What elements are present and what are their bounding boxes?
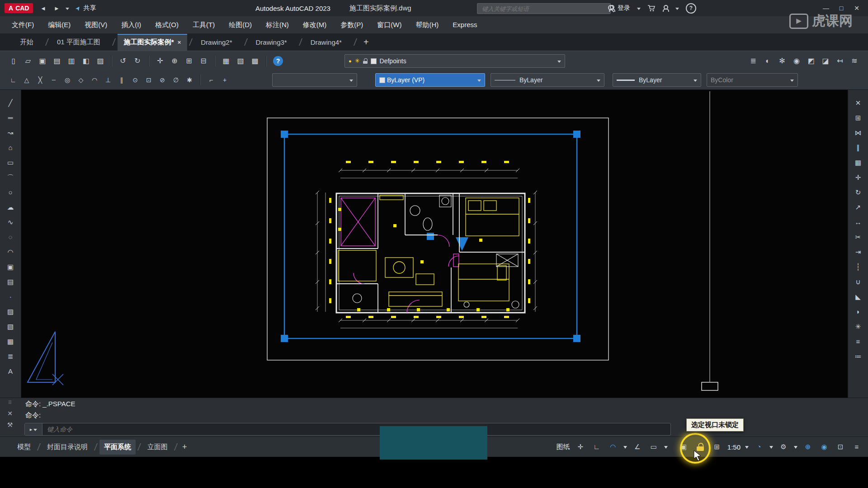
- save-icon[interactable]: ▣: [36, 55, 49, 67]
- stretch-icon[interactable]: ↔: [852, 217, 864, 227]
- menu-item[interactable]: 视图(V): [85, 21, 107, 29]
- snap-nearest-icon[interactable]: ⊘: [156, 74, 168, 86]
- layer-previous-icon[interactable]: ↤: [834, 55, 846, 67]
- chamfer-icon[interactable]: ◣: [852, 291, 864, 302]
- login-caret-icon[interactable]: [637, 8, 641, 12]
- rectangle-icon[interactable]: ▭: [5, 157, 16, 168]
- join-icon[interactable]: ∪: [852, 277, 864, 287]
- viewport-scale-value[interactable]: 1:50: [727, 443, 741, 451]
- menu-item[interactable]: 编辑(E): [48, 21, 71, 29]
- dynamic-ucs-icon[interactable]: ⌐: [205, 74, 217, 86]
- menu-item[interactable]: 帮助(H): [415, 21, 439, 29]
- text-style-dropdown[interactable]: [272, 73, 357, 87]
- workspace-gear-icon[interactable]: ⚙: [778, 441, 789, 453]
- viewport-maximize-icon[interactable]: ▣: [678, 441, 689, 453]
- menu-item[interactable]: 工具(T): [193, 21, 215, 29]
- publish-icon[interactable]: ▨: [94, 55, 107, 67]
- snap-tangent-icon[interactable]: ◠: [89, 74, 100, 86]
- search-input[interactable]: [481, 5, 607, 13]
- doc-tab[interactable]: Drawing3*: [250, 34, 297, 50]
- snap-quadrant-icon[interactable]: ◇: [75, 74, 87, 86]
- close-icon[interactable]: ✕: [850, 2, 863, 14]
- layout-tab[interactable]: 封面目录说明: [42, 440, 92, 455]
- layer-dropdown[interactable]: ● ✳ Defpoints: [344, 54, 565, 68]
- viewport-sync-icon[interactable]: ⊞: [711, 441, 723, 453]
- isodraft-icon[interactable]: ∠: [632, 441, 643, 453]
- properties-icon[interactable]: ≔: [852, 351, 864, 361]
- viewport-lock-icon[interactable]: [694, 441, 707, 453]
- layer-match-icon[interactable]: ◪: [819, 55, 832, 67]
- doc-tab[interactable]: Drawing4*: [304, 34, 352, 50]
- line-icon[interactable]: ╱: [5, 98, 16, 108]
- ellipse-icon[interactable]: ◌: [5, 232, 16, 242]
- redo-icon[interactable]: ↻: [131, 55, 144, 67]
- annotation-visibility-icon[interactable]: ◉: [818, 441, 830, 453]
- layer-lock-icon[interactable]: ◉: [790, 55, 803, 67]
- snap-center-icon[interactable]: ◎: [61, 74, 73, 86]
- snap-perpendicular-icon[interactable]: ⊥: [102, 74, 114, 86]
- arc-icon[interactable]: ⌒: [5, 172, 16, 183]
- plot-style-dropdown[interactable]: ByColor: [707, 73, 798, 87]
- save-as-icon[interactable]: ▤: [51, 55, 63, 67]
- insert-block-icon[interactable]: ▣: [5, 262, 16, 272]
- plot-preview-icon[interactable]: ◧: [80, 55, 92, 67]
- snap-parallel-icon[interactable]: ∥: [116, 74, 127, 86]
- menu-item[interactable]: 插入(I): [121, 21, 141, 29]
- mtext-icon[interactable]: A: [5, 366, 16, 376]
- annotation-add-icon[interactable]: ⊕: [802, 441, 814, 453]
- new-tab-button[interactable]: +: [363, 37, 369, 47]
- ellipse-arc-icon[interactable]: ◠: [5, 247, 16, 257]
- zoom-previous-icon[interactable]: ⊟: [197, 55, 210, 67]
- layout-tab[interactable]: 平面系统: [99, 440, 136, 455]
- menu-item[interactable]: 文件(F): [12, 21, 34, 29]
- annotation-caret-icon[interactable]: [769, 446, 773, 450]
- menu-item[interactable]: 格式(O): [155, 21, 179, 29]
- doc-tab[interactable]: 开始: [14, 34, 43, 51]
- scale-icon[interactable]: ↗: [852, 202, 864, 212]
- layer-on-off-icon[interactable]: ◐: [761, 55, 774, 67]
- drawing-canvas[interactable]: ╱═↝⌂▭⌒○☁∿◌◠▣▤∙▨▧▦≣A ✕⊞⋈∥▦✛↻↗↔✂⇥┆∪◣◗✳≡≔: [0, 89, 868, 398]
- snap-none-icon[interactable]: ∅: [170, 74, 182, 86]
- customize-wrench-icon[interactable]: ⚒: [7, 421, 13, 428]
- workspace-caret-icon[interactable]: [794, 446, 797, 450]
- spline-icon[interactable]: ∿: [5, 217, 16, 227]
- layer-dropdown-caret-icon[interactable]: [557, 61, 561, 65]
- command-input-row[interactable]: ▸: [24, 423, 671, 436]
- plot-icon[interactable]: ▥: [65, 55, 78, 67]
- snap-extension-icon[interactable]: ┄: [48, 74, 60, 86]
- doc-tab[interactable]: 01 平面施工图: [51, 34, 110, 51]
- search-box[interactable]: [477, 3, 611, 14]
- share-button[interactable]: ➤ 共享: [75, 4, 96, 12]
- dropdown-caret-icon[interactable]: [790, 80, 794, 84]
- zoom-realtime-icon[interactable]: ⊕: [168, 55, 181, 67]
- snap-intersection-icon[interactable]: ╳: [34, 74, 46, 86]
- zoom-window-icon[interactable]: ⊞: [183, 55, 195, 67]
- layer-walk-icon[interactable]: ≋: [848, 55, 861, 67]
- snap-midpoint-icon[interactable]: △: [21, 74, 33, 86]
- drawing-canvas-svg[interactable]: [0, 89, 868, 398]
- point-icon[interactable]: ∙: [5, 291, 16, 302]
- layout-tab[interactable]: 模型: [13, 440, 35, 455]
- new-file-icon[interactable]: ▯: [7, 55, 20, 67]
- table-icon[interactable]: ≣: [5, 351, 16, 361]
- offset-icon[interactable]: ∥: [852, 142, 864, 153]
- menu-item[interactable]: 标注(N): [266, 21, 289, 29]
- dropdown-caret-icon[interactable]: [693, 80, 697, 84]
- annotation-scale-icon[interactable]: ◔: [753, 441, 765, 453]
- customize-menu-icon[interactable]: ≡: [851, 441, 863, 453]
- hatch-icon[interactable]: ▨: [5, 306, 16, 317]
- minimize-icon[interactable]: —: [819, 2, 833, 14]
- polar-tracking-icon[interactable]: ◠: [607, 441, 619, 453]
- help-icon[interactable]: ?: [686, 3, 696, 14]
- cart-icon[interactable]: [647, 5, 656, 12]
- pan-icon[interactable]: ✛: [154, 55, 166, 67]
- revision-cloud-icon[interactable]: ☁: [5, 202, 16, 212]
- layout-tiles-icon[interactable]: ▧: [234, 55, 247, 67]
- gradient-icon[interactable]: ▧: [5, 321, 16, 332]
- open-file-icon[interactable]: ▱: [22, 55, 34, 67]
- qat-caret-icon[interactable]: [66, 8, 69, 12]
- command-input[interactable]: [42, 426, 670, 433]
- mirror-icon[interactable]: ⋈: [852, 127, 864, 138]
- autocad-logo[interactable]: A CAD: [5, 3, 33, 13]
- profile-icon[interactable]: [662, 5, 669, 12]
